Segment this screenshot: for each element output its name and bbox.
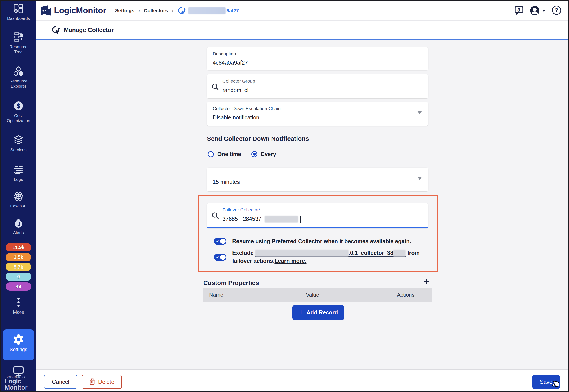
alerts-icon: [1, 217, 36, 229]
sidebar-item-services[interactable]: Services: [1, 134, 36, 152]
redacted-text: [265, 216, 298, 223]
focus-underline: [207, 227, 428, 228]
alert-badge-error[interactable]: 1.5k: [6, 253, 31, 261]
svg-text:$: $: [17, 102, 20, 109]
redacted-text: [255, 250, 349, 256]
chevron-down-icon: [542, 10, 546, 12]
breadcrumb-settings[interactable]: Settings: [115, 8, 134, 14]
check-icon: ✓: [216, 255, 219, 260]
cost-optimization-icon: $: [1, 100, 36, 112]
page-header: Manage Collector: [36, 21, 568, 40]
logicmonitor-logo[interactable]: LogicMonitor: [40, 4, 106, 17]
chevron-right-icon: ›: [172, 8, 173, 14]
logs-icon: [1, 164, 36, 175]
monitor-icon: [1, 365, 36, 377]
collector-group-label: Collector Group*: [222, 78, 422, 84]
escalation-chain-value: Disable notification: [213, 114, 422, 121]
main-content: Description 4c84a0a9af27 Collector Group…: [36, 41, 568, 369]
radio-circle-icon: [208, 151, 214, 157]
collector-icon: [178, 7, 186, 15]
notifications-section-heading: Send Collector Down Notifications: [207, 135, 309, 142]
logicmonitor-logo-mark: [40, 4, 52, 17]
resource-explorer-icon: [1, 66, 36, 77]
sidebar-item-dashboards[interactable]: Dashboards: [1, 3, 36, 21]
sidebar-item-cost-optimization[interactable]: $ Cost Optimization: [1, 100, 36, 123]
help-icon: ?: [552, 5, 562, 15]
gear-icon: [3, 329, 34, 347]
escalation-chain-select[interactable]: Collector Down Escalation Chain Disable …: [207, 102, 428, 126]
escalation-chain-label: Collector Down Escalation Chain: [213, 106, 422, 111]
avatar-icon: [530, 6, 540, 16]
breadcrumb-collectors[interactable]: Collectors: [144, 8, 168, 14]
alert-badge-other[interactable]: 49: [6, 282, 31, 291]
check-icon: ✓: [216, 239, 219, 244]
column-header-name: Name: [203, 288, 300, 302]
breadcrumb-current-collector[interactable]: 9af27: [178, 7, 239, 15]
description-label: Description: [213, 51, 422, 56]
user-menu[interactable]: [530, 6, 546, 16]
interval-value: 15 minutes: [213, 179, 422, 185]
toggle-on[interactable]: ✓: [214, 254, 226, 261]
action-bar: Cancel Delete Save: [36, 369, 568, 391]
chevron-down-icon[interactable]: [417, 111, 422, 114]
sidebar-item-resource-tree[interactable]: Resource Tree: [1, 31, 36, 55]
add-property-button[interactable]: +: [423, 278, 429, 285]
manage-collector-icon: [51, 26, 60, 34]
notification-count: 3: [517, 7, 520, 13]
sidebar: Dashboards Resource Tree Resource Explor…: [1, 1, 36, 391]
sidebar-item-edwin-ai[interactable]: Edwin AI: [1, 191, 36, 209]
alert-badge-critical[interactable]: 11.9k: [6, 243, 31, 252]
edwin-ai-icon: [1, 191, 36, 202]
radio-every[interactable]: Every: [251, 151, 276, 157]
svg-text:?: ?: [555, 7, 558, 13]
resource-tree-icon: [1, 31, 36, 43]
help-button[interactable]: ?: [552, 5, 562, 16]
chevron-down-icon[interactable]: [417, 177, 422, 180]
services-icon: [1, 134, 36, 146]
more-icon: [1, 296, 36, 308]
dashboards-icon: [1, 3, 36, 14]
radio-circle-selected-icon: [251, 151, 257, 157]
column-header-actions: Actions: [391, 288, 432, 302]
exclude-collector-label: Exclude .0.1_collector_38 from failover …: [232, 249, 420, 265]
interval-select[interactable]: 15 minutes: [207, 168, 428, 191]
search-icon: [211, 212, 219, 220]
notification-frequency-radios: One time Every: [208, 151, 276, 157]
radio-one-time[interactable]: One time: [208, 151, 241, 157]
column-header-value: Value: [300, 288, 391, 302]
top-header: LogicMonitor Settings › Collectors › 9af…: [36, 1, 568, 21]
custom-properties-heading: Custom Properties: [203, 280, 259, 286]
add-record-button[interactable]: + Add Record: [292, 305, 344, 320]
delete-button[interactable]: Delete: [82, 375, 122, 389]
failover-collector-value: 37685 - 284537: [222, 216, 422, 223]
search-icon: [211, 83, 219, 91]
feedback-chat-button[interactable]: 3: [514, 5, 524, 16]
custom-properties-table-header: Name Value Actions: [203, 288, 432, 302]
breadcrumb: Settings › Collectors › 9af27: [115, 7, 239, 15]
description-value: 4c84a0a9af27: [213, 59, 422, 66]
text-cursor: [300, 216, 301, 223]
learn-more-link[interactable]: Learn more.: [275, 258, 306, 264]
collector-group-field[interactable]: Collector Group* random_cl: [207, 74, 428, 98]
toggle-on[interactable]: ✓: [214, 238, 226, 245]
sidebar-item-more[interactable]: More: [1, 296, 36, 315]
sidebar-item-settings[interactable]: Settings: [3, 329, 34, 361]
failover-collector-label: Failover Collector*: [222, 207, 422, 212]
sidebar-item-resource-explorer[interactable]: Resource Explorer: [1, 66, 36, 89]
failover-collector-field[interactable]: Failover Collector* 37685 - 284537: [207, 203, 428, 228]
redacted-collector-name: [188, 7, 226, 14]
app-window: Dashboards Resource Tree Resource Explor…: [0, 0, 569, 392]
alert-badge-warning[interactable]: 8.7k: [6, 263, 31, 271]
cancel-button[interactable]: Cancel: [44, 375, 77, 389]
description-field[interactable]: Description 4c84a0a9af27: [207, 47, 428, 70]
redacted-text: [393, 250, 406, 256]
collector-group-value: random_cl: [222, 87, 422, 93]
resume-preferred-toggle-row: ✓ Resume using Preferred Collector when …: [214, 237, 411, 245]
exclude-collector-toggle-row: ✓ Exclude .0.1_collector_38 from failove…: [214, 249, 420, 265]
chevron-right-icon: ›: [138, 8, 140, 14]
alert-badge-info[interactable]: 0: [6, 273, 31, 281]
sidebar-item-alerts[interactable]: Alerts: [1, 217, 36, 235]
resume-preferred-label: Resume using Preferred Collector when it…: [232, 237, 411, 245]
sidebar-item-logs[interactable]: Logs: [1, 164, 36, 182]
powered-by-logo: POWERED BY Logic Monitor: [5, 376, 28, 391]
